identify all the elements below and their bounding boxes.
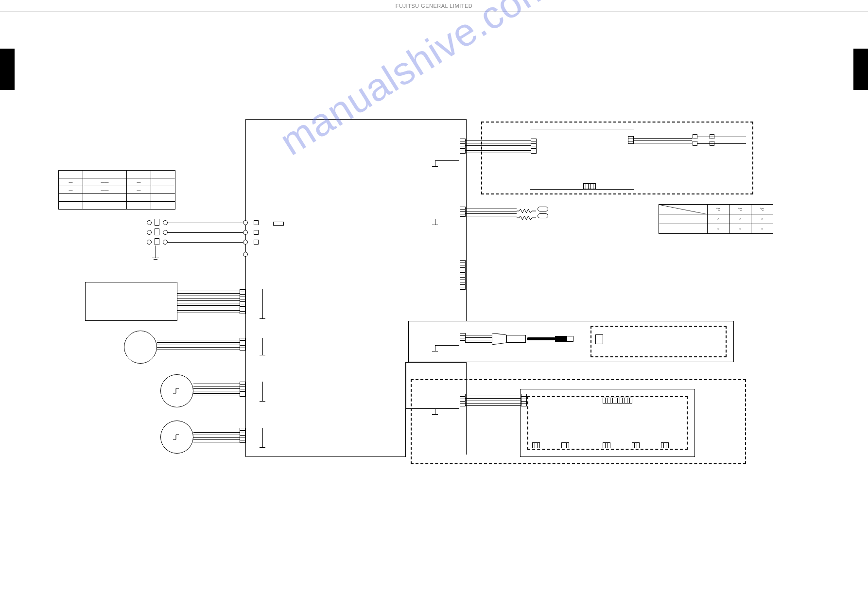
terminal-icon [254, 230, 259, 235]
sub-bottom-pins-top [603, 398, 632, 406]
thermistor-icon [538, 213, 548, 218]
connector-sub-top-out [628, 136, 633, 143]
connector-thermistor [460, 207, 465, 216]
usb-port-icon [595, 334, 603, 344]
sub-bottom-pins-row-b [561, 442, 569, 451]
terminal-node [147, 240, 152, 245]
terminal-node [147, 220, 152, 225]
svg-line-0 [659, 205, 708, 214]
terminal-icon [254, 240, 259, 245]
reference-table-body: °C°C°C ○○○ ○○○ [659, 205, 773, 234]
pad-icon [243, 230, 248, 235]
pad-icon [243, 252, 248, 257]
wiring-diagram: ———— ———— °C°C°C ○○○ ○○○ [0, 19, 868, 603]
page-header: FUJITSU GENERAL LIMITED [0, 0, 868, 12]
fuse-icon [155, 228, 159, 235]
connector-sub-top-in [531, 139, 536, 153]
connector-motor-2 [240, 382, 245, 396]
relay-icon [693, 134, 697, 139]
company-name: FUJITSU GENERAL LIMITED [396, 3, 472, 9]
thermistor-icon [538, 207, 548, 211]
sub-bottom-pins-row-d [632, 442, 639, 451]
connector-sub-bottom-in [521, 394, 526, 406]
terminal-node [147, 230, 152, 235]
svg-marker-1 [492, 333, 506, 345]
terminal-icon [254, 220, 259, 225]
sub-bottom-pins-row-a [532, 442, 539, 451]
legend-table: ———— ———— [58, 170, 175, 210]
connector-main-to-sub-top [460, 139, 465, 153]
legend-table-body: ———— ———— [59, 171, 175, 210]
resistor-icon [517, 213, 536, 218]
connector-usb-module [460, 333, 465, 343]
pad-icon [243, 220, 248, 225]
usb-host-option [590, 326, 727, 357]
fuse-icon [273, 222, 284, 226]
terminal-node [163, 220, 168, 225]
terminal-node [163, 230, 168, 235]
usb-cable-icon [527, 334, 580, 343]
sub-bottom-pins-row-e [661, 442, 668, 451]
fuse-icon [155, 219, 159, 226]
connector-sub-top-bottom [583, 183, 595, 192]
pad-icon [243, 240, 248, 245]
controller-pcb-bottom [245, 362, 406, 457]
resistor-icon [517, 207, 536, 211]
motor-icon [124, 331, 157, 364]
connector-terminal-block [240, 289, 245, 314]
sub-bottom-pins-row-c [603, 442, 610, 451]
connector-expansion [460, 260, 465, 289]
connector-motor-1 [240, 338, 245, 350]
sub-pcb-top [530, 129, 634, 190]
terminal-node [163, 240, 168, 245]
connector-motor-3 [240, 428, 245, 442]
controller-pcb-corner [406, 362, 467, 363]
fuse-icon [155, 238, 159, 245]
relay-icon [693, 141, 697, 146]
reference-table: °C°C°C ○○○ ○○○ [659, 204, 773, 234]
terminal-block [85, 282, 177, 321]
connector-main-to-sub-bottom [460, 394, 465, 406]
